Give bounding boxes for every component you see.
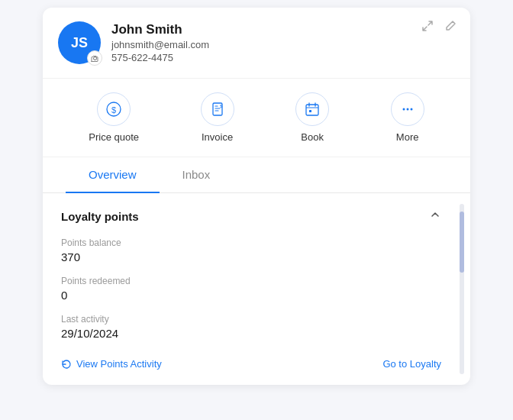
edit-button[interactable] [443, 18, 458, 34]
camera-icon [91, 54, 99, 63]
contact-email: johnsmith@email.com [111, 39, 209, 50]
expand-icon [421, 20, 434, 32]
contact-phone: 575-622-4475 [111, 52, 209, 63]
points-redeemed-label: Points redeemed [61, 276, 441, 286]
price-quote-label: Price quote [89, 131, 139, 143]
main-content-area: Loyalty points Points balance 370 Points… [43, 193, 470, 385]
header-actions [420, 18, 458, 34]
book-icon [295, 92, 329, 126]
svg-text:$: $ [111, 105, 116, 115]
book-button[interactable]: Book [295, 92, 329, 143]
book-label: Book [301, 131, 324, 143]
loyalty-title: Loyalty points [61, 210, 139, 223]
camera-button[interactable] [87, 50, 102, 66]
refresh-icon [61, 359, 72, 370]
go-to-loyalty-button[interactable]: Go to Loyalty [382, 358, 441, 370]
last-activity-label: Last activity [61, 314, 441, 325]
tabs: Overview Inbox [43, 157, 470, 193]
svg-point-9 [410, 108, 412, 111]
invoice-icon: $ [201, 92, 234, 126]
svg-point-7 [402, 108, 405, 111]
edit-icon [444, 20, 457, 32]
invoice-label: Invoice [202, 131, 233, 143]
last-activity-value: 29/10/2024 [61, 327, 441, 340]
tab-overview[interactable]: Overview [66, 157, 160, 193]
more-button[interactable]: More [391, 92, 424, 143]
svg-point-0 [93, 57, 96, 60]
invoice-button[interactable]: $ Invoice [201, 92, 234, 143]
price-quote-icon: $ [97, 92, 131, 126]
last-activity-row: Last activity 29/10/2024 [61, 314, 441, 340]
chevron-up-icon [429, 208, 441, 221]
points-balance-label: Points balance [61, 237, 441, 248]
view-points-activity-button[interactable]: View Points Activity [61, 358, 162, 370]
scrollbar-thumb [460, 212, 464, 273]
view-points-label: View Points Activity [76, 358, 162, 370]
svg-point-8 [406, 108, 408, 111]
points-balance-value: 370 [61, 250, 441, 263]
contact-panel: JS John Smith johnsmith@email.com 575-62… [43, 8, 470, 385]
more-label: More [396, 131, 419, 143]
points-redeemed-row: Points redeemed 0 [61, 276, 441, 302]
footer-links: View Points Activity Go to Loyalty [61, 352, 441, 370]
tab-inbox[interactable]: Inbox [160, 157, 234, 193]
contact-header: JS John Smith johnsmith@email.com 575-62… [43, 8, 470, 79]
quick-actions: $ Price quote $ Invoice [43, 79, 470, 157]
avatar-initials: JS [71, 35, 88, 51]
avatar: JS [58, 21, 101, 64]
collapse-button[interactable] [429, 208, 441, 224]
scrollbar[interactable] [460, 204, 464, 374]
svg-rect-6 [309, 110, 311, 112]
contact-info: John Smith johnsmith@email.com 575-622-4… [111, 22, 209, 63]
price-quote-button[interactable]: $ Price quote [89, 92, 139, 143]
loyalty-section-header: Loyalty points [61, 208, 441, 224]
svg-rect-5 [306, 105, 318, 115]
points-balance-row: Points balance 370 [61, 237, 441, 263]
points-redeemed-value: 0 [61, 289, 441, 302]
more-icon [391, 92, 424, 126]
overview-content: Loyalty points Points balance 370 Points… [43, 193, 460, 385]
contact-name: John Smith [111, 22, 209, 37]
expand-button[interactable] [420, 18, 435, 34]
